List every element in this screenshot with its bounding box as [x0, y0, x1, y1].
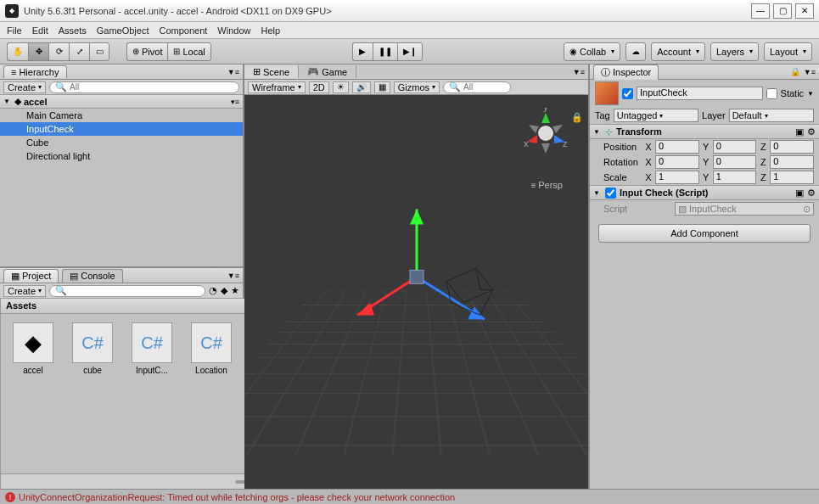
project-create-button[interactable]: Create [3, 285, 46, 297]
component-enabled-checkbox[interactable] [605, 188, 616, 199]
menu-gameobject[interactable]: GameObject [97, 25, 149, 36]
asset-item[interactable]: C#cube [69, 322, 116, 375]
position-x-input[interactable] [659, 141, 696, 151]
tag-label: Tag [595, 110, 610, 120]
help-icon[interactable]: ▣ [795, 126, 804, 137]
collab-dropdown[interactable]: ◉ Collab [564, 42, 620, 61]
account-dropdown[interactable]: Account [651, 42, 705, 61]
asset-item[interactable]: C#InputC... [128, 322, 176, 375]
object-picker-icon[interactable]: ⊙ [803, 204, 811, 215]
local-toggle-button[interactable]: ⊞ Local [167, 42, 210, 61]
layers-dropdown[interactable]: Layers [710, 42, 759, 61]
inspector-tab[interactable]: ⓘInspector [593, 64, 659, 80]
rect-tool-button[interactable]: ▭ [89, 42, 109, 61]
game-tab[interactable]: 🎮Game [299, 65, 356, 78]
statusbar[interactable]: ! UnityConnectOrganizationRequest: Timed… [0, 489, 819, 504]
svg-marker-12 [529, 125, 539, 133]
panel-menu-icon[interactable]: ▼≡ [227, 272, 239, 280]
close-button[interactable]: ✕ [795, 3, 814, 19]
save-search-icon[interactable]: ★ [231, 285, 239, 296]
window-title: Unity 5.6.3f1 Personal - accel.unity - a… [24, 6, 751, 16]
hierarchy-search[interactable]: 🔍 [49, 81, 239, 93]
pivot-toggle-button[interactable]: ⊕ Pivot [126, 42, 167, 61]
script-reference-field[interactable]: ▧ InputCheck ⊙ [675, 202, 814, 216]
hierarchy-item[interactable]: Directional light [0, 149, 243, 163]
filter-type-icon[interactable]: ◆ [221, 285, 227, 296]
active-checkbox[interactable] [622, 88, 633, 99]
play-button[interactable]: ▶ [352, 42, 373, 61]
scene-row[interactable]: ▼ ◆ accel ▾≡ [0, 95, 243, 109]
pause-button[interactable]: ❚❚ [373, 42, 397, 61]
static-checkbox[interactable] [766, 88, 777, 99]
scene-search[interactable]: 🔍 [443, 81, 511, 93]
lighting-toggle[interactable]: ☀ [333, 81, 349, 93]
cloud-button[interactable]: ☁ [625, 42, 646, 61]
hierarchy-search-input[interactable] [70, 82, 233, 92]
foldout-icon[interactable]: ▼ [593, 128, 602, 136]
foldout-icon[interactable]: ▼ [593, 189, 602, 197]
tag-dropdown[interactable]: Untagged [614, 109, 698, 122]
orientation-gizmo[interactable]: y x z [520, 108, 571, 159]
gear-icon[interactable]: ⚙ [807, 126, 816, 137]
menu-edit[interactable]: Edit [32, 25, 48, 36]
project-search[interactable]: 🔍 [49, 285, 205, 297]
hierarchy-item[interactable]: Cube [0, 136, 243, 149]
hierarchy-item[interactable]: Main Camera [0, 109, 243, 122]
hierarchy-item[interactable]: InputCheck [0, 122, 243, 136]
lock-icon[interactable]: 🔒 [571, 112, 583, 123]
scale-z-input[interactable] [773, 171, 811, 182]
menu-component[interactable]: Component [159, 25, 207, 36]
rotation-z-input[interactable] [773, 156, 811, 166]
scene-menu-icon[interactable]: ▾≡ [231, 98, 239, 106]
scale-tool-button[interactable]: ⤢ [69, 42, 89, 61]
panel-menu-icon[interactable]: ▼≡ [573, 68, 585, 76]
shading-mode-dropdown[interactable]: Wireframe [248, 81, 306, 93]
object-name-input[interactable] [640, 87, 760, 98]
static-dropdown-icon[interactable]: ▼ [807, 90, 814, 98]
position-z-input[interactable] [773, 141, 811, 151]
foldout-icon[interactable]: ▼ [3, 98, 12, 105]
add-component-button[interactable]: Add Component [598, 224, 811, 243]
scale-x-input[interactable] [659, 171, 696, 182]
project-tab[interactable]: ▦Project [3, 269, 59, 283]
scale-y-input[interactable] [716, 171, 754, 182]
step-button[interactable]: ▶❙ [397, 42, 423, 61]
panel-menu-icon[interactable]: ▼≡ [804, 68, 816, 76]
lock-icon[interactable]: 🔒 [790, 67, 800, 76]
asset-item[interactable]: ◆accel [9, 322, 57, 375]
minimize-button[interactable]: — [751, 3, 770, 19]
scene-tab[interactable]: ⊞Scene [244, 65, 299, 78]
menu-file[interactable]: File [7, 25, 22, 36]
gizmo-translate[interactable] [306, 183, 527, 370]
asset-item[interactable]: C#Location [188, 322, 235, 375]
transform-component-header[interactable]: ▼ ⊹ Transform ▣ ⚙ [590, 124, 819, 139]
project-search-input[interactable] [70, 286, 199, 295]
console-tab[interactable]: ▤Console [62, 269, 122, 283]
rotation-x-input[interactable] [659, 156, 696, 166]
layer-dropdown[interactable]: Default [729, 109, 814, 122]
gizmos-dropdown[interactable]: Gizmos [394, 81, 440, 93]
mode-2d-toggle[interactable]: 2D [309, 81, 329, 93]
rotation-y-input[interactable] [716, 156, 754, 166]
hand-tool-button[interactable]: ✋ [7, 42, 28, 61]
audio-toggle[interactable]: 🔊 [352, 81, 371, 93]
fx-toggle[interactable]: ▦ [374, 81, 390, 93]
hierarchy-create-button[interactable]: Create [3, 81, 46, 93]
move-tool-button[interactable]: ✥ [28, 42, 48, 61]
help-icon[interactable]: ▣ [795, 188, 804, 199]
menu-help[interactable]: Help [261, 25, 280, 36]
persp-label: ≡ Persp [531, 180, 563, 190]
layout-dropdown[interactable]: Layout [764, 42, 812, 61]
gear-icon[interactable]: ⚙ [807, 188, 816, 199]
script-component-header[interactable]: ▼ Input Check (Script) ▣ ⚙ [590, 185, 819, 200]
hierarchy-tab[interactable]: ≡Hierarchy [3, 65, 67, 78]
filter-icon[interactable]: ◔ [209, 285, 217, 296]
menu-window[interactable]: Window [217, 25, 250, 36]
rotate-tool-button[interactable]: ⟳ [48, 42, 69, 61]
scene-search-input[interactable] [463, 82, 571, 92]
scene-viewport[interactable]: ≡ Persp y x z 🔒 [244, 95, 588, 489]
menu-assets[interactable]: Assets [59, 25, 87, 36]
panel-menu-icon[interactable]: ▼≡ [227, 68, 239, 76]
maximize-button[interactable]: ▢ [773, 3, 792, 19]
position-y-input[interactable] [716, 141, 754, 151]
